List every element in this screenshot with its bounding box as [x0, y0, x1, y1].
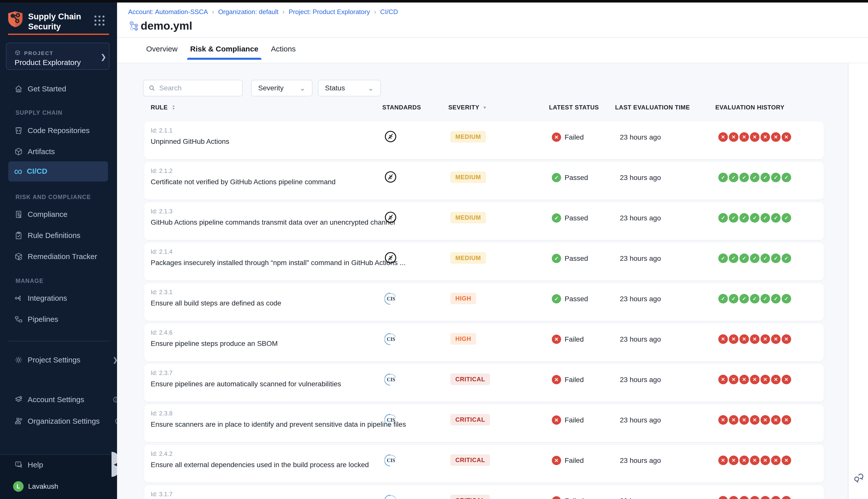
history-fail-icon[interactable]: ✕: [718, 496, 728, 499]
breadcrumb-account[interactable]: Account: Automation-SSCA: [128, 8, 208, 16]
history-pass-icon[interactable]: ✓: [718, 254, 728, 263]
history-fail-icon[interactable]: ✕: [739, 132, 749, 142]
history-fail-icon[interactable]: ✕: [760, 415, 770, 425]
history-pass-icon[interactable]: ✓: [782, 294, 791, 303]
sidebar-item-integrations[interactable]: Integrations: [14, 293, 67, 304]
history-pass-icon[interactable]: ✓: [782, 254, 791, 263]
project-selector[interactable]: PROJECT Product Exploratory ❯: [6, 43, 109, 70]
history-fail-icon[interactable]: ✕: [739, 375, 749, 384]
table-row[interactable]: Id: 2.1.4Packages insecurely installed t…: [144, 243, 824, 280]
sidebar-item-pipelines[interactable]: Pipelines: [14, 314, 58, 325]
history-fail-icon[interactable]: ✕: [782, 415, 791, 425]
history-pass-icon[interactable]: ✓: [739, 254, 749, 263]
history-fail-icon[interactable]: ✕: [771, 455, 781, 465]
history-fail-icon[interactable]: ✕: [760, 496, 770, 499]
table-row[interactable]: Id: 2.1.1Unpinned GitHub Actions MEDIUM✕…: [144, 121, 824, 159]
history-fail-icon[interactable]: ✕: [782, 455, 791, 465]
history-fail-icon[interactable]: ✕: [750, 455, 760, 465]
sidebar-item-help[interactable]: ? Help: [14, 459, 43, 471]
history-fail-icon[interactable]: ✕: [750, 496, 760, 499]
history-fail-icon[interactable]: ✕: [771, 496, 781, 499]
history-pass-icon[interactable]: ✓: [750, 173, 760, 182]
sidebar-item-project-settings[interactable]: Project Settings ❯: [14, 354, 109, 365]
tab-risk-and-compliance[interactable]: Risk & Compliance: [190, 45, 258, 60]
history-fail-icon[interactable]: ✕: [718, 455, 728, 465]
history-fail-icon[interactable]: ✕: [718, 334, 728, 344]
tab-actions[interactable]: Actions: [271, 45, 296, 60]
history-pass-icon[interactable]: ✓: [760, 213, 770, 223]
history-pass-icon[interactable]: ✓: [729, 254, 738, 263]
history-pass-icon[interactable]: ✓: [760, 173, 770, 182]
history-fail-icon[interactable]: ✕: [760, 132, 770, 142]
history-pass-icon[interactable]: ✓: [729, 213, 738, 223]
history-fail-icon[interactable]: ✕: [782, 375, 791, 384]
history-pass-icon[interactable]: ✓: [782, 173, 791, 182]
table-row[interactable]: Id: 2.3.1Ensure all build steps are defi…: [144, 283, 824, 321]
history-fail-icon[interactable]: ✕: [729, 496, 738, 499]
sidebar-item-compliance[interactable]: Compliance: [14, 209, 67, 220]
history-fail-icon[interactable]: ✕: [718, 132, 728, 142]
support-chat-icon[interactable]: [852, 472, 865, 485]
sidebar-item-cicd[interactable]: ∞ CI/CD: [14, 166, 47, 177]
history-pass-icon[interactable]: ✓: [771, 294, 781, 303]
table-row[interactable]: Id: 3.1.7 CISCRITICAL✕Failed23 hours ago…: [144, 485, 824, 499]
history-fail-icon[interactable]: ✕: [771, 415, 781, 425]
status-filter-dropdown[interactable]: Status ⌄: [318, 80, 381, 96]
history-fail-icon[interactable]: ✕: [729, 415, 738, 425]
history-fail-icon[interactable]: ✕: [750, 132, 760, 142]
history-pass-icon[interactable]: ✓: [739, 173, 749, 182]
breadcrumb-cicd[interactable]: CI/CD: [380, 8, 398, 16]
history-pass-icon[interactable]: ✓: [718, 173, 728, 182]
history-pass-icon[interactable]: ✓: [750, 254, 760, 263]
history-pass-icon[interactable]: ✓: [718, 213, 728, 223]
user-menu[interactable]: L Lavakush: [13, 481, 58, 492]
sidebar-item-rule-definitions[interactable]: Rule Definitions: [14, 230, 80, 241]
history-fail-icon[interactable]: ✕: [729, 455, 738, 465]
history-pass-icon[interactable]: ✓: [750, 213, 760, 223]
history-pass-icon[interactable]: ✓: [771, 213, 781, 223]
history-fail-icon[interactable]: ✕: [750, 415, 760, 425]
history-fail-icon[interactable]: ✕: [739, 415, 749, 425]
history-fail-icon[interactable]: ✕: [729, 375, 738, 384]
history-fail-icon[interactable]: ✕: [750, 375, 760, 384]
history-pass-icon[interactable]: ✓: [739, 213, 749, 223]
history-pass-icon[interactable]: ✓: [750, 294, 760, 303]
history-pass-icon[interactable]: ✓: [760, 254, 770, 263]
table-row[interactable]: Id: 2.1.2Certificate not verified by Git…: [144, 162, 824, 199]
history-fail-icon[interactable]: ✕: [739, 455, 749, 465]
history-fail-icon[interactable]: ✕: [782, 496, 791, 499]
tab-overview[interactable]: Overview: [146, 45, 178, 60]
sidebar-item-get-started[interactable]: Get Started: [14, 83, 66, 94]
history-fail-icon[interactable]: ✕: [760, 455, 770, 465]
table-row[interactable]: Id: 2.4.6Ensure pipeline steps produce a…: [144, 324, 824, 361]
history-fail-icon[interactable]: ✕: [771, 132, 781, 142]
history-fail-icon[interactable]: ✕: [729, 334, 738, 344]
history-pass-icon[interactable]: ✓: [739, 294, 749, 303]
breadcrumb-organization[interactable]: Organization: default: [218, 8, 278, 16]
sort-icon[interactable]: [170, 104, 177, 111]
history-fail-icon[interactable]: ✕: [760, 334, 770, 344]
table-row[interactable]: Id: 2.3.8Ensure scanners are in place to…: [144, 404, 824, 442]
history-fail-icon[interactable]: ✕: [750, 334, 760, 344]
history-pass-icon[interactable]: ✓: [771, 254, 781, 263]
sidebar-item-account-settings[interactable]: Account Settings: [14, 394, 109, 405]
breadcrumb-project[interactable]: Project: Product Exploratory: [289, 8, 370, 16]
history-fail-icon[interactable]: ✕: [718, 415, 728, 425]
history-pass-icon[interactable]: ✓: [782, 213, 791, 223]
history-pass-icon[interactable]: ✓: [771, 173, 781, 182]
search-input[interactable]: [159, 84, 234, 92]
sort-desc-icon[interactable]: [482, 105, 487, 110]
history-fail-icon[interactable]: ✕: [739, 496, 749, 499]
history-fail-icon[interactable]: ✕: [718, 375, 728, 384]
history-pass-icon[interactable]: ✓: [760, 294, 770, 303]
sidebar-item-code-repositories[interactable]: Code Repositories: [14, 125, 90, 136]
severity-filter-dropdown[interactable]: Severity ⌄: [251, 80, 312, 96]
history-pass-icon[interactable]: ✓: [729, 294, 738, 303]
app-switcher-grid-icon[interactable]: [94, 15, 106, 27]
table-row[interactable]: Id: 2.3.7Ensure pipelines are automatica…: [144, 364, 824, 402]
history-pass-icon[interactable]: ✓: [718, 294, 728, 303]
history-fail-icon[interactable]: ✕: [729, 132, 738, 142]
history-fail-icon[interactable]: ✕: [771, 334, 781, 344]
history-fail-icon[interactable]: ✕: [739, 334, 749, 344]
history-fail-icon[interactable]: ✕: [782, 132, 791, 142]
